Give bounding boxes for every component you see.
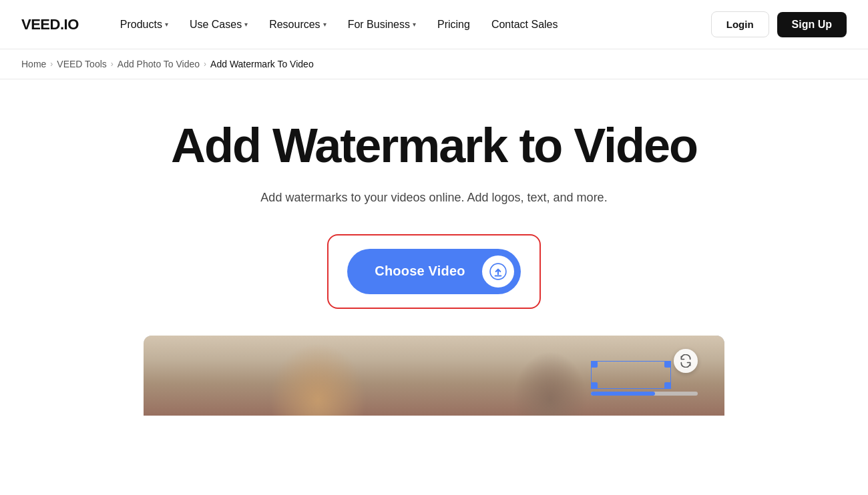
corner-handle-tl[interactable] [591, 361, 598, 368]
choose-video-label: Choose Video [369, 264, 471, 279]
cta-container: Choose Video [327, 234, 541, 309]
breadcrumb-veed-tools[interactable]: VEED Tools [57, 59, 106, 69]
logo[interactable]: VEED.IO [21, 16, 79, 33]
chevron-down-icon: ▾ [323, 21, 327, 28]
breadcrumb-sep-1: › [50, 59, 53, 69]
breadcrumb-sep-2: › [111, 59, 114, 69]
navbar: VEED.IO Products ▾ Use Cases ▾ Resources… [0, 0, 868, 49]
nav-resources[interactable]: Resources ▾ [260, 13, 335, 36]
nav-pricing[interactable]: Pricing [428, 13, 479, 36]
watermark-slider [591, 392, 698, 396]
corner-handle-bl[interactable] [591, 382, 598, 389]
upload-icon [489, 263, 507, 280]
watermark-border [591, 361, 671, 389]
rotate-icon [679, 354, 692, 368]
nav-products[interactable]: Products ▾ [111, 13, 178, 36]
signup-button[interactable]: Sign Up [777, 12, 847, 37]
chevron-down-icon: ▾ [244, 21, 248, 28]
corner-handle-tr[interactable] [664, 361, 671, 368]
chevron-down-icon: ▾ [165, 21, 168, 28]
nav-use-cases-label: Use Cases [190, 19, 242, 31]
watermark-slider-fill [591, 392, 655, 396]
hero-subtitle: Add watermarks to your videos online. Ad… [260, 188, 607, 207]
nav-products-label: Products [120, 19, 162, 31]
choose-video-button[interactable]: Choose Video [347, 249, 521, 294]
nav-use-cases[interactable]: Use Cases ▾ [180, 13, 257, 36]
hero-section: Add Watermark to Video Add watermarks to… [0, 79, 868, 436]
nav-for-business-label: For Business [348, 19, 410, 31]
video-preview-inner [144, 336, 724, 416]
watermark-overlay [591, 349, 698, 402]
nav-contact-sales-label: Contact Sales [491, 19, 558, 31]
video-preview [144, 336, 724, 416]
rotate-handle[interactable] [674, 349, 698, 373]
page-title: Add Watermark to Video [171, 119, 697, 172]
nav-pricing-label: Pricing [437, 19, 470, 31]
nav-for-business[interactable]: For Business ▾ [339, 13, 425, 36]
breadcrumb-current: Add Watermark To Video [210, 59, 314, 69]
nav-resources-label: Resources [269, 19, 320, 31]
corner-handle-br[interactable] [664, 382, 671, 389]
chevron-down-icon: ▾ [413, 21, 416, 28]
nav-links: Products ▾ Use Cases ▾ Resources ▾ For B… [111, 13, 711, 36]
nav-right: Login Sign Up [711, 11, 847, 37]
breadcrumb: Home › VEED Tools › Add Photo To Video ›… [0, 49, 868, 79]
upload-icon-circle [482, 256, 514, 288]
breadcrumb-sep-3: › [204, 59, 206, 69]
breadcrumb-home[interactable]: Home [21, 59, 46, 69]
nav-contact-sales[interactable]: Contact Sales [482, 13, 568, 36]
login-button[interactable]: Login [711, 11, 769, 37]
breadcrumb-add-photo[interactable]: Add Photo To Video [118, 59, 200, 69]
